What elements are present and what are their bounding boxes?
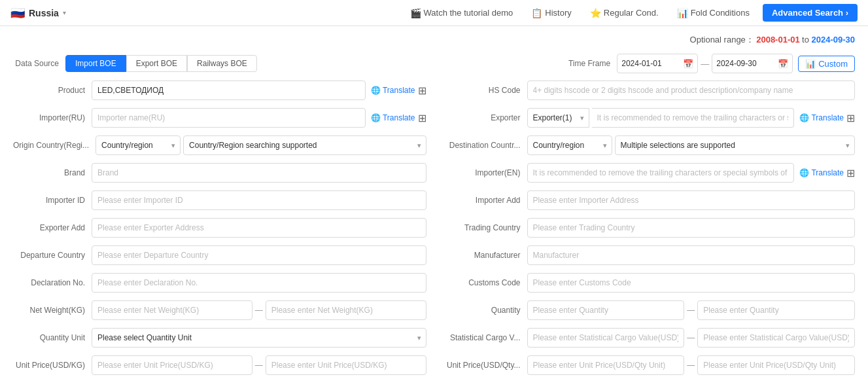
- hs-code-row: HS Code: [442, 80, 856, 101]
- importer-en-label: Importer(EN): [442, 168, 527, 177]
- exporter-add-row: Exporter Add: [13, 217, 426, 238]
- date-start-input[interactable]: [621, 59, 680, 68]
- net-weight-separator: —: [255, 306, 263, 315]
- importer-add-row: Importer Add: [442, 190, 856, 211]
- hs-code-label: HS Code: [442, 86, 527, 95]
- dest-country-select[interactable]: Multiple selections are supported: [615, 135, 856, 155]
- trading-country-label: Trading Country: [442, 223, 527, 232]
- translate-exporter-button[interactable]: 🌐 Translate: [799, 113, 844, 122]
- declaration-no-input[interactable]: [92, 273, 426, 293]
- net-weight-range: —: [92, 300, 426, 320]
- top-bar: 🇷🇺 Russia ▾ 🎬 Watch the tutorial demo 📋 …: [0, 0, 868, 26]
- importer-add-input[interactable]: [527, 190, 856, 210]
- ocr-importer-en-button[interactable]: ⊞: [846, 167, 855, 179]
- quantity-max-input[interactable]: [697, 300, 855, 320]
- quantity-unit-select-wrap: Please select Quantity Unit ▾: [92, 328, 426, 348]
- quantity-range: —: [527, 300, 856, 320]
- dest-country-label: Destination Countr...: [442, 141, 527, 150]
- quantity-unit-label: Quantity Unit: [13, 333, 92, 342]
- exporter-input[interactable]: [592, 108, 795, 128]
- stat-cargo-min-input[interactable]: [527, 328, 685, 348]
- form-grid: Product 🌐 Translate ⊞ Importer(RU) 🌐 Tra…: [13, 80, 855, 377]
- unit-price-qty-separator: —: [687, 361, 695, 370]
- translate-product-button[interactable]: 🌐 Translate: [371, 86, 415, 95]
- flag-icon: 🇷🇺: [10, 6, 25, 20]
- unit-price-kg-max-input[interactable]: [266, 355, 426, 375]
- unit-price-qty-max-input[interactable]: [697, 355, 855, 375]
- fold-conditions-link[interactable]: 📊 Fold Conditions: [672, 5, 755, 21]
- product-input-group: 🌐 Translate ⊞: [92, 81, 426, 100]
- dest-country-select-wrap: Multiple selections are supported ▾: [615, 135, 856, 155]
- custom-icon: 📊: [805, 59, 816, 69]
- origin-country-select[interactable]: Country/Region searching supported: [183, 135, 426, 155]
- origin-country-group: Country/region ▾ Country/Region searchin…: [95, 135, 426, 155]
- brand-input[interactable]: [92, 163, 426, 183]
- date-start-wrap: 📅: [617, 54, 698, 73]
- exporter-add-input[interactable]: [92, 218, 426, 238]
- manufacturer-label: Manufacturer: [442, 251, 527, 260]
- play-icon: 🎬: [410, 8, 421, 18]
- ocr-product-button[interactable]: ⊞: [418, 84, 426, 97]
- date-end-wrap: 📅: [712, 54, 793, 73]
- history-link[interactable]: 📋 History: [526, 5, 576, 21]
- brand-label: Brand: [13, 168, 92, 177]
- ocr-exporter-button[interactable]: ⊞: [846, 112, 855, 124]
- translate-importer-en-button[interactable]: 🌐 Translate: [799, 168, 844, 177]
- origin-country-row: Origin Country(Regi... Country/region ▾ …: [13, 135, 426, 156]
- exporter-select[interactable]: Exporter(1): [527, 108, 589, 128]
- unit-price-qty-label: Unit Price(USD/Qty...: [442, 361, 527, 370]
- stat-cargo-max-input[interactable]: [697, 328, 855, 348]
- net-weight-min-input[interactable]: [92, 300, 252, 320]
- unit-price-kg-range: —: [92, 355, 426, 375]
- unit-price-qty-min-input[interactable]: [527, 355, 685, 375]
- date-end-input[interactable]: [716, 59, 775, 68]
- unit-price-qty-row: Unit Price(USD/Qty... —: [442, 355, 856, 376]
- origin-type-select-wrap: Country/region ▾: [95, 135, 181, 155]
- quantity-min-input[interactable]: [527, 300, 685, 320]
- regular-cond-link[interactable]: ⭐ Regular Cond.: [585, 5, 664, 21]
- departure-country-input[interactable]: [92, 245, 426, 265]
- advanced-search-button[interactable]: Advanced Search ›: [763, 4, 858, 22]
- unit-price-kg-min-input[interactable]: [92, 355, 252, 375]
- importer-ru-input-group: 🌐 Translate ⊞: [92, 108, 426, 128]
- tutorial-link[interactable]: 🎬 Watch the tutorial demo: [405, 5, 519, 21]
- custom-label: Custom: [818, 59, 848, 69]
- importer-id-input[interactable]: [92, 190, 426, 210]
- manufacturer-row: Manufacturer: [442, 245, 856, 266]
- quantity-separator: —: [687, 306, 695, 315]
- dest-type-select[interactable]: Country/region: [527, 135, 612, 155]
- tab-export-boe[interactable]: Export BOE: [126, 55, 187, 72]
- dest-country-row: Destination Countr... Country/region ▾ M…: [442, 135, 856, 156]
- net-weight-max-input[interactable]: [266, 300, 426, 320]
- trading-country-input[interactable]: [527, 218, 856, 238]
- country-selector[interactable]: 🇷🇺 Russia ▾: [10, 6, 66, 20]
- exporter-add-label: Exporter Add: [13, 223, 92, 232]
- history-icon: 📋: [531, 8, 542, 18]
- quantity-unit-select[interactable]: Please select Quantity Unit: [92, 328, 426, 348]
- ocr-importer-ru-button[interactable]: ⊞: [418, 112, 426, 124]
- importer-ru-input[interactable]: [92, 108, 366, 128]
- custom-button[interactable]: 📊 Custom: [798, 56, 855, 72]
- fold-icon: 📊: [677, 8, 688, 18]
- manufacturer-input[interactable]: [527, 245, 856, 265]
- history-label: History: [545, 8, 571, 18]
- product-input[interactable]: [92, 81, 366, 100]
- departure-country-row: Departure Country: [13, 245, 426, 266]
- date-separator: —: [701, 59, 709, 69]
- exporter-row: Exporter Exporter(1) ▾ 🌐 Translate ⊞: [442, 107, 856, 128]
- origin-type-select[interactable]: Country/region: [95, 135, 181, 155]
- unit-price-qty-range: —: [527, 355, 856, 375]
- customs-code-label: Customs Code: [442, 278, 527, 287]
- left-column: Product 🌐 Translate ⊞ Importer(RU) 🌐 Tra…: [13, 80, 426, 377]
- tab-railways-boe[interactable]: Railways BOE: [187, 55, 257, 72]
- translate-importer-ru-button[interactable]: 🌐 Translate: [371, 113, 415, 122]
- optional-range: Optional range： 2008-01-01 to 2024-09-30: [690, 34, 855, 46]
- importer-en-input[interactable]: [527, 163, 795, 183]
- hs-code-input[interactable]: [527, 81, 856, 100]
- tab-import-boe[interactable]: Import BOE: [65, 55, 126, 72]
- customs-code-input[interactable]: [527, 273, 856, 293]
- advanced-search-label: Advanced Search ›: [772, 8, 848, 18]
- calendar-icon-start: 📅: [683, 59, 693, 69]
- stat-cargo-row: Statistical Cargo V... —: [442, 327, 856, 348]
- importer-add-label: Importer Add: [442, 196, 527, 205]
